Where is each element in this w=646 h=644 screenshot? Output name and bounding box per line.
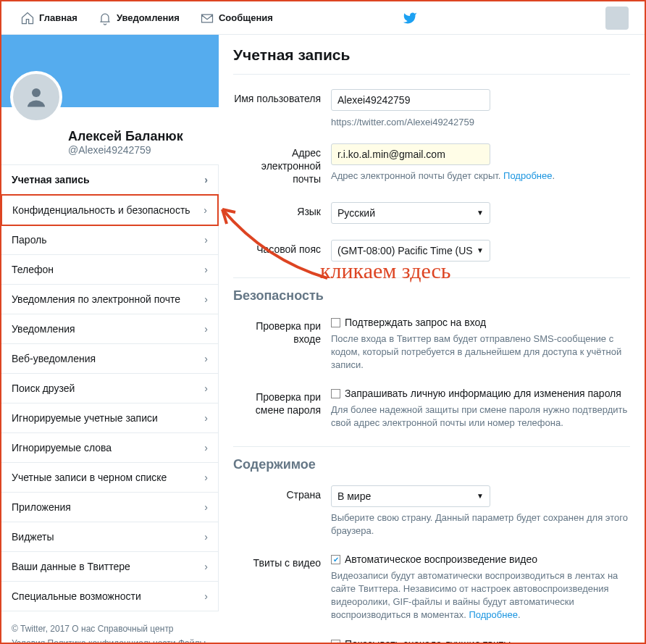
timezone-select[interactable]: (GMT-08:00) Pacific Time (US▼ [331, 240, 490, 262]
timezone-label: Часовой пояс [233, 240, 331, 262]
menu-item-email-notif[interactable]: Уведомления по электронной почте› [1, 285, 218, 314]
profile-avatar [10, 71, 62, 123]
pw-change-text: Запрашивать личную информацию для измене… [345, 388, 621, 399]
bell-icon [98, 11, 112, 25]
envelope-icon [200, 11, 214, 25]
language-label: Язык [233, 202, 331, 224]
nav-messages[interactable]: Сообщения [190, 1, 283, 35]
country-help: Выберите свою страну. Данный параметр бу… [331, 511, 630, 538]
pw-change-checkbox[interactable] [331, 389, 340, 398]
svg-point-0 [32, 88, 41, 97]
chevron-right-icon: › [204, 353, 208, 364]
pw-change-help: Для более надежной защиты при смене паро… [331, 403, 630, 430]
chevron-right-icon: › [204, 234, 208, 246]
chevron-down-icon: ▼ [477, 209, 484, 217]
username-input[interactable] [331, 89, 490, 111]
menu-item-password[interactable]: Пароль› [1, 225, 218, 255]
chevron-right-icon: › [204, 472, 208, 483]
feed-label: Лента [233, 638, 331, 644]
top-nav: Главная Уведомления Сообщения [1, 1, 645, 35]
login-verify-help: После входа в Твиттер вам будет отправле… [331, 333, 630, 372]
chevron-down-icon: ▼ [477, 246, 484, 254]
chevron-right-icon: › [204, 174, 208, 185]
video-more-link[interactable]: Подробнее [469, 609, 517, 620]
chevron-right-icon: › [204, 204, 207, 216]
nav-notifications[interactable]: Уведомления [88, 1, 190, 35]
profile-url: https://twitter.com/Alexei49242759 [331, 117, 630, 127]
feed-check-text: Показывать сначала лучшие твиты [345, 638, 511, 644]
email-more-link[interactable]: Подробнее [503, 170, 552, 181]
country-select[interactable]: В мире▼ [331, 485, 490, 507]
menu-item-privacy[interactable]: Конфиденциальность и безопасность› [1, 194, 219, 226]
content: Учетная запись Имя пользователя https://… [219, 35, 645, 644]
menu-item-your-data[interactable]: Ваши данные в Твиттере› [1, 552, 218, 582]
content-section-title: Содержимое [233, 457, 630, 472]
menu-item-apps[interactable]: Приложения› [1, 493, 218, 522]
nav-notifications-label: Уведомления [117, 12, 180, 23]
email-label: Адрес электронной почты [233, 143, 331, 186]
menu-item-find-friends[interactable]: Поиск друзей› [1, 374, 218, 403]
email-input[interactable] [331, 143, 490, 165]
menu-item-notifications[interactable]: Уведомления› [1, 314, 218, 344]
country-label: Страна [233, 485, 331, 538]
menu-item-phone[interactable]: Телефон› [1, 255, 218, 285]
sidebar: Алексей Баланюк @Alexei49242759 Учетная … [1, 35, 219, 644]
menu-item-widgets[interactable]: Виджеты› [1, 522, 218, 552]
chevron-right-icon: › [204, 590, 208, 602]
security-section-title: Безопасность [233, 288, 630, 304]
feed-checkbox[interactable] [331, 640, 340, 644]
chevron-right-icon: › [204, 501, 208, 513]
profile-header [1, 35, 219, 107]
page-title: Учетная запись [233, 46, 630, 75]
menu-item-muted-accounts[interactable]: Игнорируемые учетные записи› [1, 403, 218, 433]
home-icon [20, 11, 35, 25]
chevron-right-icon: › [204, 442, 208, 453]
menu-item-web-notif[interactable]: Веб-уведомления› [1, 344, 218, 374]
chevron-right-icon: › [204, 412, 208, 424]
chevron-right-icon: › [204, 323, 208, 335]
login-verify-label: Проверка при входе [233, 317, 331, 372]
chevron-right-icon: › [204, 264, 208, 275]
username-label: Имя пользователя [233, 89, 331, 127]
nav-messages-label: Сообщения [219, 12, 273, 23]
chevron-right-icon: › [204, 293, 208, 305]
profile-handle: @Alexei49242759 [68, 144, 210, 156]
menu-item-accessibility[interactable]: Специальные возможности› [1, 582, 218, 611]
video-label: Твиты с видео [233, 553, 331, 622]
twitter-logo-icon [403, 11, 417, 25]
chevron-down-icon: ▼ [477, 492, 484, 500]
menu-item-account[interactable]: Учетная запись› [1, 165, 218, 195]
profile-name: Алексей Баланюк [68, 129, 210, 144]
settings-menu: Учетная запись› Конфиденциальность и без… [1, 165, 219, 611]
menu-item-blocked[interactable]: Учетные записи в черном списке› [1, 463, 218, 493]
video-check-text: Автоматическое воспроизведение видео [345, 553, 537, 565]
pw-change-label: Проверка при смене пароля [233, 388, 331, 430]
footer-links: © Twitter, 2017 О нас Справочный центр У… [1, 611, 219, 644]
login-verify-text: Подтверждать запрос на вход [345, 317, 486, 328]
chevron-right-icon: › [204, 531, 208, 543]
nav-home[interactable]: Главная [10, 1, 88, 35]
menu-item-muted-words[interactable]: Игнорируемые слова› [1, 433, 218, 463]
email-help: Адрес электронной почты будет скрыт. [331, 170, 500, 181]
nav-home-label: Главная [39, 12, 77, 23]
video-autoplay-checkbox[interactable] [331, 555, 340, 564]
avatar[interactable] [605, 7, 629, 30]
language-select[interactable]: Русский▼ [331, 202, 490, 224]
chevron-right-icon: › [204, 561, 208, 572]
chevron-right-icon: › [204, 382, 208, 394]
login-verify-checkbox[interactable] [331, 318, 340, 327]
